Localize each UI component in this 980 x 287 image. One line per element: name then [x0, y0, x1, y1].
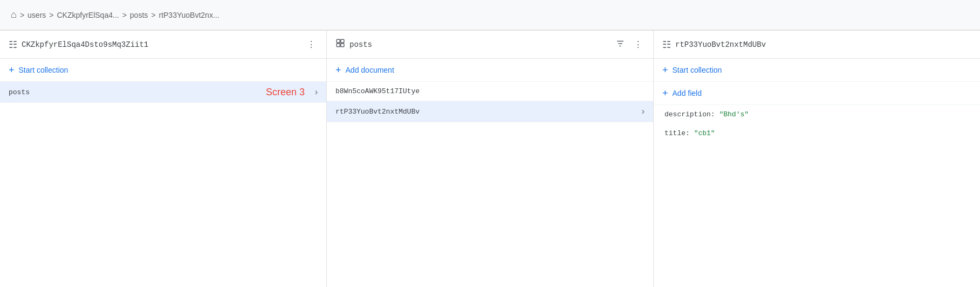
svg-rect-2	[337, 44, 340, 47]
posts-item[interactable]: posts Screen 3 ›	[0, 82, 326, 103]
panel-1-title: CKZkpfyrElSqa4Dsto9sMq3Ziit1	[22, 40, 300, 49]
panel-2-actions: ⋮	[613, 37, 645, 53]
panel-3-header: ☷ rtP33YuoBvt2nxtMdUBv	[654, 31, 980, 59]
doc-icon-3: ☷	[662, 39, 671, 51]
field-description-key: description	[664, 110, 711, 118]
doc-item-2-text: rtP33YuoBvt2nxtMdUBv	[335, 108, 642, 116]
panel-3-title: rtP33YuoBvt2nxtMdUBv	[675, 40, 971, 49]
plus-icon-2: +	[335, 65, 341, 75]
doc-item-2-chevron: ›	[642, 107, 645, 116]
field-colon-2: :	[686, 129, 694, 137]
breadcrumb-user-id[interactable]: CKZkpfyrElSqa4...	[57, 11, 119, 19]
panel-2-content: + Add document b8Wn5coAWK95t17IUtye rtP3…	[327, 59, 653, 287]
panel-document: ☷ CKZkpfyrElSqa4Dsto9sMq3Ziit1 ⋮ + Start…	[0, 31, 327, 287]
start-collection-label-2: Start collection	[673, 66, 722, 74]
doc-item-1-text: b8Wn5coAWK95t17IUtye	[335, 87, 645, 95]
breadcrumb-posts[interactable]: posts	[130, 11, 148, 19]
screen-3-label: Screen 3	[266, 87, 305, 98]
plus-icon-3: +	[662, 65, 668, 75]
panel-1-content: + Start collection posts Screen 3 ›	[0, 59, 326, 287]
panel-2-title: posts	[349, 40, 609, 49]
filter-button[interactable]	[613, 37, 627, 53]
field-title-key: title	[664, 129, 686, 137]
field-description: description: "Bhd's"	[654, 105, 980, 124]
start-collection-button-2[interactable]: + Start collection	[654, 59, 980, 82]
panel-1-actions: ⋮	[305, 37, 318, 52]
panel-2-menu-button[interactable]: ⋮	[632, 37, 645, 52]
breadcrumb-sep-1: >	[20, 11, 24, 19]
panels-container: ☷ CKZkpfyrElSqa4Dsto9sMq3Ziit1 ⋮ + Start…	[0, 30, 980, 287]
panel-1-header: ☷ CKZkpfyrElSqa4Dsto9sMq3Ziit1 ⋮	[0, 31, 326, 59]
field-description-value: "Bhd's"	[719, 110, 749, 118]
svg-rect-1	[341, 39, 344, 43]
field-colon-1: :	[711, 110, 719, 118]
svg-rect-0	[337, 39, 340, 43]
add-field-button[interactable]: + Add field	[654, 82, 980, 105]
start-collection-button-1[interactable]: + Start collection	[0, 59, 326, 82]
doc-icon-1: ☷	[9, 39, 17, 51]
field-title-value: "cb1"	[694, 129, 715, 137]
field-title: title: "cb1"	[654, 124, 980, 143]
svg-rect-3	[341, 44, 344, 47]
home-icon[interactable]: ⌂	[11, 9, 17, 20]
breadcrumb: ⌂ > users > CKZkpfyrElSqa4... > posts > …	[0, 0, 980, 30]
add-field-label: Add field	[673, 89, 702, 97]
breadcrumb-sep-3: >	[122, 11, 127, 19]
breadcrumb-sep-4: >	[151, 11, 155, 19]
panel-collection: posts ⋮ + Add document b8Wn5coAWK95t17IU…	[327, 31, 654, 287]
plus-icon-4: +	[662, 88, 668, 98]
collection-icon	[335, 38, 345, 51]
start-collection-label-1: Start collection	[19, 66, 68, 74]
breadcrumb-doc-id[interactable]: rtP33YuoBvt2nx...	[159, 11, 219, 19]
breadcrumb-users[interactable]: users	[28, 11, 46, 19]
panel-2-header: posts ⋮	[327, 31, 653, 59]
panel-3-content: + Start collection + Add field descripti…	[654, 59, 980, 287]
doc-item-2[interactable]: rtP33YuoBvt2nxtMdUBv ›	[327, 101, 653, 122]
panel-doc-detail: ☷ rtP33YuoBvt2nxtMdUBv + Start collectio…	[654, 31, 980, 287]
add-document-label: Add document	[346, 66, 394, 74]
posts-chevron: ›	[315, 87, 318, 97]
add-document-button[interactable]: + Add document	[327, 59, 653, 82]
panel-1-menu-button[interactable]: ⋮	[305, 37, 318, 52]
plus-icon-1: +	[9, 65, 15, 75]
doc-item-1[interactable]: b8Wn5coAWK95t17IUtye	[327, 82, 653, 101]
breadcrumb-sep-2: >	[49, 11, 53, 19]
